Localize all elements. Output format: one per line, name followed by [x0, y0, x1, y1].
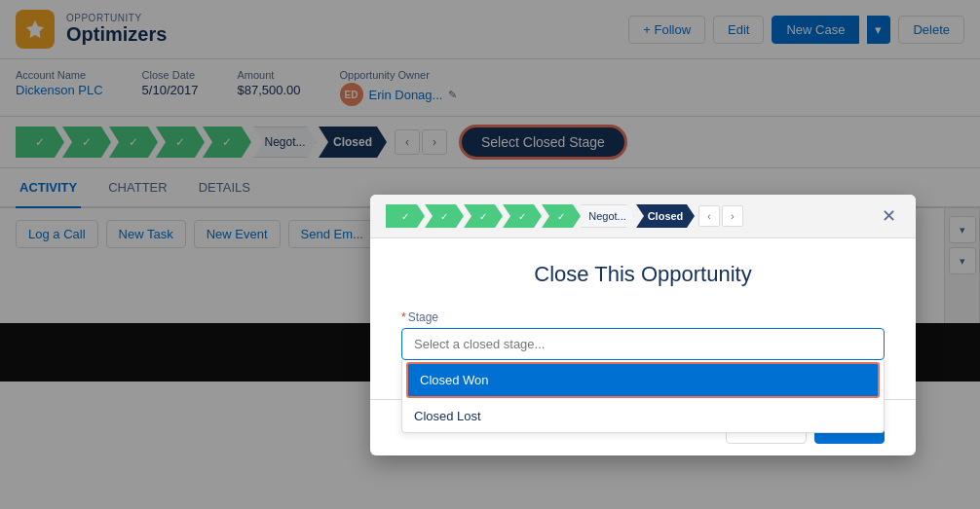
mini-check-4: ✓	[518, 211, 526, 222]
modal-body: Close This Opportunity * Stage Closed Wo…	[370, 238, 916, 399]
mini-stage-bar: ✓ ✓ ✓ ✓ ✓ Negot... Closed ‹ ›	[386, 204, 743, 228]
modal-header-bar: ✓ ✓ ✓ ✓ ✓ Negot... Closed ‹ ›	[370, 195, 916, 238]
mini-next-btn[interactable]: ›	[722, 205, 743, 227]
stage-dropdown-list: Closed Won Closed Lost	[401, 360, 885, 433]
mini-nav: ‹ ›	[698, 205, 743, 227]
stage-select-input[interactable]	[401, 328, 885, 360]
mini-stage-2: ✓	[425, 204, 464, 228]
dropdown-item-closed-won[interactable]: Closed Won	[406, 362, 880, 398]
stage-form-field: * Stage Closed Won Closed Lost	[401, 310, 885, 360]
close-icon: ✕	[882, 205, 896, 227]
modal-overlay: ✓ ✓ ✓ ✓ ✓ Negot... Closed ‹ ›	[0, 0, 980, 509]
mini-check-1: ✓	[401, 211, 409, 222]
stage-select-container: Closed Won Closed Lost	[401, 328, 885, 360]
stage-label-text: Stage	[408, 310, 438, 324]
mini-stage-closed: Closed	[636, 204, 695, 228]
closed-lost-label: Closed Lost	[414, 409, 481, 423]
required-star: *	[401, 310, 406, 324]
modal-title: Close This Opportunity	[401, 262, 885, 287]
stage-field-label: * Stage	[401, 310, 885, 324]
mini-check-3: ✓	[479, 211, 487, 222]
mini-prev-btn[interactable]: ‹	[698, 205, 720, 227]
dropdown-item-closed-lost[interactable]: Closed Lost	[402, 400, 884, 432]
mini-check-2: ✓	[440, 211, 448, 222]
mini-stage-4: ✓	[503, 204, 542, 228]
mini-stage-negot: Negot...	[581, 204, 634, 228]
mini-closed-label: Closed	[648, 210, 684, 222]
mini-stage-1: ✓	[386, 204, 425, 228]
mini-check-5: ✓	[557, 211, 565, 222]
mini-stage-5: ✓	[542, 204, 581, 228]
mini-negot-label: Negot...	[588, 210, 626, 222]
modal-close-button[interactable]: ✕	[877, 204, 900, 228]
mini-stage-3: ✓	[464, 204, 503, 228]
close-opportunity-modal: ✓ ✓ ✓ ✓ ✓ Negot... Closed ‹ ›	[370, 195, 916, 455]
closed-won-label: Closed Won	[420, 373, 489, 387]
